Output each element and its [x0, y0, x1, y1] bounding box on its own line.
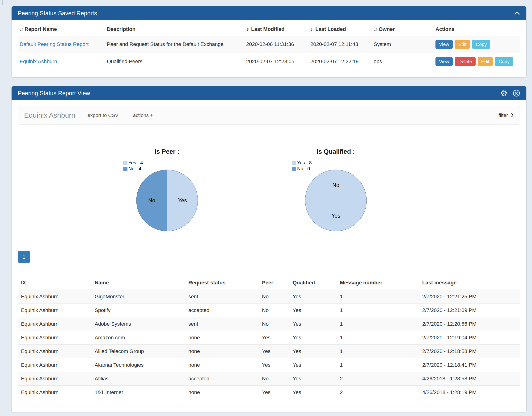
- legend-swatch: [123, 167, 127, 171]
- qualified-cell: Yes: [289, 317, 337, 331]
- pie-chart: Is Qualified :Yes - 8No - 0YesNo: [251, 148, 420, 232]
- column-header-last-modified[interactable]: ↓↑Last Modified: [244, 22, 309, 36]
- column-header-description: Description: [105, 22, 244, 36]
- ix-cell: Equinix Ashburn: [18, 303, 91, 317]
- sort-icon: ↓↑: [310, 27, 313, 32]
- last-message-cell: 2/7/2020 - 12:18:58 PM: [419, 345, 520, 358]
- pie-chart: Is Peer :Yes - 4No - 4YesNo: [83, 148, 251, 232]
- sort-icon: ↓↑: [19, 27, 22, 32]
- legend-label: No - 0: [297, 166, 310, 171]
- column-header-last-loaded[interactable]: ↓↑Last Loaded: [309, 22, 372, 36]
- report-view-panel-body: Equinix Ashburn export to CSV actions + …: [11, 100, 526, 412]
- delete-button[interactable]: Delete: [455, 57, 476, 66]
- saved-reports-panel-title: Peering Status Saved Reports: [18, 10, 97, 17]
- results-column-header-message-number: Message number: [337, 276, 419, 290]
- qualified-cell: Yes: [289, 303, 337, 317]
- ix-cell: Equinix Ashburn: [18, 358, 91, 372]
- report-view-panel-header: Peering Status Report View ⚙: [11, 86, 526, 100]
- report-view-panel: Peering Status Report View ⚙ Equinix Ash…: [11, 86, 527, 412]
- peer-cell: Yes: [259, 345, 289, 358]
- view-button[interactable]: View: [435, 57, 453, 66]
- column-header-owner[interactable]: ↓↑Owner: [372, 22, 434, 36]
- message-number-cell: 1: [337, 303, 419, 317]
- request-status-cell: accepted: [185, 303, 259, 317]
- gear-icon[interactable]: ⚙: [500, 89, 507, 97]
- saved-reports-panel-header[interactable]: Peering Status Saved Reports: [11, 6, 526, 20]
- chevron-right-icon: [511, 113, 514, 118]
- name-cell: Spotify: [91, 303, 185, 317]
- results-column-header-name: Name: [91, 276, 185, 290]
- results-table: IXNameRequest statusPeerQualifiedMessage…: [18, 276, 520, 399]
- sort-icon: ↓↑: [374, 27, 377, 32]
- qualified-cell: Yes: [289, 331, 337, 345]
- edit-button[interactable]: Edit: [455, 40, 470, 49]
- last-modified-cell: 2020-02-06 11:31:36: [244, 36, 309, 53]
- sort-icon: ↓↑: [246, 27, 249, 32]
- qualified-cell: Yes: [289, 345, 337, 358]
- copy-button[interactable]: Copy: [495, 57, 513, 66]
- results-header-row: IXNameRequest statusPeerQualifiedMessage…: [18, 276, 520, 290]
- view-button[interactable]: View: [435, 40, 453, 49]
- results-column-header-last-message: Last message: [419, 276, 520, 290]
- message-number-cell: 1: [337, 317, 419, 331]
- collapse-chevron-up-icon[interactable]: [514, 11, 520, 15]
- filter-toggle[interactable]: filter: [498, 113, 514, 118]
- charts-area: Is Peer :Yes - 4No - 4YesNoIs Qualified …: [18, 148, 520, 232]
- export-csv-link[interactable]: export to CSV: [87, 113, 118, 118]
- report-name-link[interactable]: Default Peering Status Report: [19, 41, 88, 47]
- message-number-cell: 1: [337, 290, 419, 303]
- pie-slice-label: Yes: [331, 213, 340, 219]
- qualified-cell: Yes: [289, 290, 337, 303]
- message-number-cell: 2: [337, 386, 419, 399]
- actions-cell: ViewDeleteEditCopy: [434, 53, 520, 70]
- saved-reports-table: ↓↑Report NameDescription↓↑Last Modified↓…: [18, 22, 520, 70]
- results-column-header-peer: Peer: [259, 276, 289, 290]
- column-label: Report Name: [25, 26, 57, 32]
- report-name-link[interactable]: Equinix Ashburn: [19, 58, 57, 64]
- last-message-cell: 2/7/2020 - 12:18:41 PM: [419, 358, 520, 372]
- name-cell: Akamai Technologies: [91, 358, 185, 372]
- column-label: Description: [107, 26, 135, 32]
- message-number-cell: 1: [337, 331, 419, 345]
- last-message-cell: 2/7/2020 - 12:20:56 PM: [419, 317, 520, 331]
- qualified-cell: Yes: [289, 372, 337, 386]
- ix-cell: Equinix Ashburn: [18, 331, 91, 345]
- legend-swatch: [292, 161, 296, 165]
- name-cell: GigaMonster: [91, 290, 185, 303]
- chart-title: Is Qualified :: [251, 148, 420, 155]
- peer-cell: Yes: [259, 358, 289, 372]
- results-row: Equinix AshburnAllied Telecom GroupnoneY…: [18, 345, 520, 358]
- last-message-cell: 2/7/2020 - 12:21:09 PM: [419, 303, 520, 317]
- report-toolbar: Equinix Ashburn export to CSV actions + …: [18, 106, 520, 124]
- copy-button[interactable]: Copy: [472, 40, 490, 49]
- pie-chart-svg: YesNo: [135, 169, 199, 232]
- saved-reports-header-row: ↓↑Report NameDescription↓↑Last Modified↓…: [18, 22, 520, 36]
- chart-title: Is Peer :: [83, 148, 251, 155]
- last-message-cell: 4/26/2018 - 1:28:19 PM: [419, 386, 520, 399]
- chart-legend: Yes - 8No - 0: [292, 160, 312, 172]
- report-title: Equinix Ashburn: [24, 111, 75, 119]
- qualified-cell: Yes: [289, 358, 337, 372]
- edit-button[interactable]: Edit: [478, 57, 493, 66]
- results-row: Equinix AshburnAmazon.comnoneYesYes12/7/…: [18, 331, 520, 345]
- pagination-page-1-button[interactable]: 1: [18, 251, 30, 263]
- column-header-actions: Actions: [434, 22, 520, 36]
- column-header-report-name[interactable]: ↓↑Report Name: [18, 22, 105, 36]
- results-column-header-qualified: Qualified: [289, 276, 337, 290]
- request-status-cell: none: [185, 331, 259, 345]
- ix-cell: Equinix Ashburn: [18, 317, 91, 331]
- results-row: Equinix AshburnAkamai TechnologiesnoneYe…: [18, 358, 520, 372]
- name-cell: Adobe Systems: [91, 317, 185, 331]
- last-loaded-cell: 2020-02-07 12:11:43: [309, 36, 372, 53]
- name-cell: Afilias: [91, 372, 185, 386]
- peer-cell: No: [259, 317, 289, 331]
- request-status-cell: sent: [185, 290, 259, 303]
- chart-legend: Yes - 4No - 4: [123, 160, 143, 172]
- close-icon[interactable]: [513, 89, 520, 97]
- actions-menu-link[interactable]: actions +: [133, 113, 153, 118]
- legend-label: Yes - 8: [297, 160, 312, 166]
- message-number-cell: 2: [337, 372, 419, 386]
- legend-item: Yes - 4: [123, 160, 143, 166]
- message-number-cell: 1: [337, 358, 419, 372]
- request-status-cell: sent: [185, 317, 259, 331]
